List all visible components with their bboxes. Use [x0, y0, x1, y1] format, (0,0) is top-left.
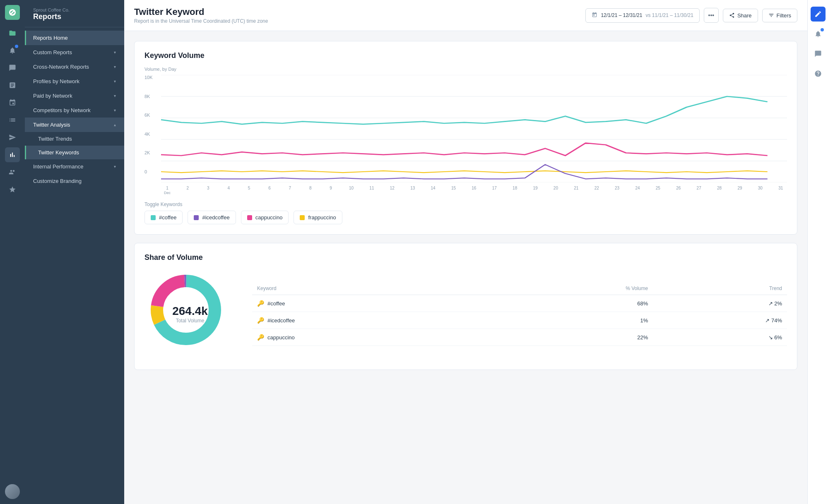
donut-chart: 264.4k Total Volume: [144, 269, 236, 360]
x-label: 19: [529, 186, 542, 195]
sidebar-item-label: Reports Home: [33, 35, 68, 41]
nav-icon-pin[interactable]: [5, 95, 20, 110]
sov-trend: ↘ 6%: [653, 329, 787, 346]
page-header: Twitter Keyword Report is in the Univers…: [124, 0, 807, 31]
sov-keyword-cell: 🔑 #coffee: [252, 295, 491, 312]
nav-icon-send[interactable]: [5, 130, 20, 145]
sov-volume-pct: 22%: [491, 329, 653, 346]
chevron-down-icon: ▾: [114, 108, 116, 113]
keyword-label-frappuccino: frappuccino: [308, 214, 336, 221]
nav-icon-analytics[interactable]: [5, 147, 20, 162]
nav-icon-star[interactable]: [5, 182, 20, 197]
sov-keyword-name: #icedcoffee: [267, 317, 295, 324]
sov-keyword-name: #coffee: [267, 300, 285, 307]
sidebar-subitem-twitter-keywords[interactable]: Twitter Keywords: [25, 146, 124, 159]
keyword-tag-frappuccino[interactable]: frappuccino: [294, 211, 342, 224]
x-label: 15: [447, 186, 460, 195]
date-range-text: 12/1/21 – 12/31/21: [601, 12, 642, 18]
cappuccino-line: [161, 143, 768, 156]
keyword-label-cappuccino: cappuccino: [255, 214, 283, 221]
chevron-down-icon: ▾: [114, 164, 116, 169]
sidebar-item-label: Custom Reports: [33, 49, 72, 55]
keyword-label-icedcoffee: #icedcoffee: [202, 214, 229, 221]
right-panel-edit-icon[interactable]: [811, 7, 826, 22]
sidebar-header: Sprout Coffee Co. Reports: [25, 0, 124, 27]
keyword-color-icedcoffee: [194, 215, 199, 220]
keyword-color-coffee: [151, 215, 156, 220]
chevron-down-icon: ▾: [114, 65, 116, 69]
sov-keyword-cell: 🔑 #icedcoffee: [252, 312, 491, 329]
notification-badge: [821, 28, 824, 31]
right-panel-help-icon[interactable]: [811, 66, 826, 81]
y-label-6k: 6K: [144, 113, 161, 118]
frappuccino-line: [161, 171, 768, 173]
x-label: 11: [366, 186, 378, 195]
x-label: 16: [468, 186, 480, 195]
chevron-up-icon: ▴: [114, 122, 116, 127]
keyword-tag-cappuccino[interactable]: cappuccino: [241, 211, 289, 224]
nav-icon-folder[interactable]: [5, 26, 20, 41]
sov-content: 264.4k Total Volume Keyword % Volume Tre…: [144, 269, 787, 360]
share-of-volume-card: Share of Volume: [134, 243, 797, 370]
x-label: 20: [549, 186, 562, 195]
donut-total-label: Total Volume: [172, 318, 208, 324]
nav-icon-bell[interactable]: [5, 43, 20, 58]
sidebar-subitem-label: Twitter Keywords: [38, 149, 79, 156]
sidebar-item-label: Internal Performance: [33, 163, 83, 170]
nav-icon-message[interactable]: [5, 60, 20, 75]
nav-icon-list[interactable]: [5, 113, 20, 127]
bell-badge: [15, 45, 18, 48]
share-label: Share: [737, 12, 752, 19]
keyword-tag-icedcoffee[interactable]: #icedcoffee: [188, 211, 236, 224]
logo-icon[interactable]: [5, 5, 20, 20]
right-panel-bell-icon[interactable]: [811, 26, 826, 41]
sov-table: Keyword % Volume Trend 🔑 #coffee: [252, 282, 787, 346]
nav-icon-inbox[interactable]: [5, 78, 20, 93]
sidebar-item-twitter-analysis[interactable]: Twitter Analysis ▴: [25, 118, 124, 132]
share-icon: [729, 12, 735, 18]
keyword-tag-coffee[interactable]: #coffee: [144, 211, 183, 224]
date-range-button[interactable]: 12/1/21 – 12/31/21 vs 11/1/21 – 11/30/21: [585, 8, 700, 23]
compare-range-text: vs 11/1/21 – 11/30/21: [645, 12, 693, 18]
user-avatar[interactable]: [5, 484, 20, 499]
table-row: 🔑 #icedcoffee 1% ↗ 74%: [252, 312, 787, 329]
nav-icon-people[interactable]: [5, 165, 20, 180]
x-label: 14: [427, 186, 439, 195]
toggle-label: Toggle Keywords: [144, 202, 787, 207]
sov-volume-pct: 68%: [491, 295, 653, 312]
col-header-volume: % Volume: [491, 282, 653, 295]
sidebar-item-internal-performance[interactable]: Internal Performance ▾: [25, 159, 124, 174]
filter-icon: [768, 12, 774, 18]
x-label: 10: [345, 186, 358, 195]
share-button[interactable]: Share: [723, 9, 758, 22]
donut-center: 264.4k Total Volume: [172, 305, 208, 324]
sidebar-item-profiles-by-network[interactable]: Profiles by Network ▾: [25, 74, 124, 89]
sidebar-item-customize-branding[interactable]: Customize Branding: [25, 174, 124, 188]
x-label: 7: [284, 186, 296, 195]
sidebar-item-label: Competitors by Network: [33, 107, 91, 113]
sidebar-item-label: Cross-Network Reports: [33, 64, 89, 70]
x-label: 3: [202, 186, 214, 195]
page-subtitle: Report is in the Universal Time Coordina…: [134, 18, 268, 24]
filters-button[interactable]: Filters: [762, 9, 797, 22]
sidebar-title: Reports: [33, 12, 116, 21]
sidebar-subitem-twitter-trends[interactable]: Twitter Trends: [25, 132, 124, 146]
sov-trend: ↗ 2%: [653, 295, 787, 312]
x-label: 8: [304, 186, 317, 195]
header-left: Twitter Keyword Report is in the Univers…: [134, 7, 268, 24]
more-options-button[interactable]: •••: [704, 8, 719, 23]
x-label: 13: [407, 186, 419, 195]
sidebar-item-custom-reports[interactable]: Custom Reports ▾: [25, 45, 124, 60]
toggle-keywords-list: #coffee #icedcoffee cappuccino frappucci…: [144, 211, 787, 224]
sidebar-item-cross-network[interactable]: Cross-Network Reports ▾: [25, 60, 124, 74]
x-label: 4: [222, 186, 235, 195]
sidebar-item-paid-by-network[interactable]: Paid by Network ▾: [25, 89, 124, 103]
sov-volume-pct: 1%: [491, 312, 653, 329]
keyword-icon-coffee: 🔑: [257, 300, 264, 307]
right-panel-chat-icon[interactable]: [811, 46, 826, 61]
toggle-keywords-section: Toggle Keywords #coffee #icedcoffee capp…: [144, 202, 787, 224]
sidebar-item-label: Customize Branding: [33, 178, 82, 184]
sidebar-item-reports-home[interactable]: Reports Home: [25, 31, 124, 45]
x-label: 18: [509, 186, 521, 195]
sidebar-item-competitors-by-network[interactable]: Competitors by Network ▾: [25, 103, 124, 118]
